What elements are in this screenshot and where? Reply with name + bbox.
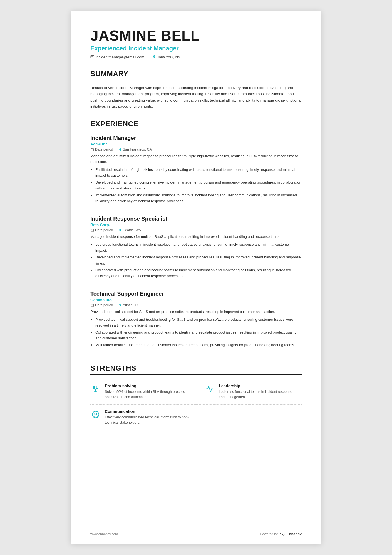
exp-date-3: Date period [90, 303, 113, 307]
exp-company-1: Acme Inc. [90, 142, 302, 146]
envelope-icon [90, 55, 94, 60]
exp-meta-2: Date period Seattle, WA [90, 228, 302, 232]
strength-name-2: Leadership [219, 384, 296, 388]
strength-desc-1: Solved 90% of incidents within SLA throu… [105, 389, 190, 400]
strengths-grid: Problem-solving Solved 90% of incidents … [90, 379, 302, 430]
brand-name: Enhancv [287, 532, 302, 536]
strength-desc-2: Led cross-functional teams in incident r… [219, 389, 296, 400]
svg-rect-0 [91, 148, 94, 151]
enhancv-brand: Enhancv [279, 532, 302, 536]
strength-name-1: Problem-solving [105, 384, 190, 388]
footer-website: www.enhancv.com [90, 532, 118, 536]
exp-role-1: Incident Manager [90, 135, 302, 141]
exp-bullets-3: Provided technical support and troublesh… [90, 317, 302, 348]
exp-item-3: Technical Support Engineer Gamma Inc. Da… [90, 291, 302, 354]
communication-icon [90, 409, 101, 420]
location-icon [153, 55, 156, 60]
summary-text: Results-driven Incident Manager with exp… [90, 85, 302, 110]
summary-section: SUMMARY Results-driven Incident Manager … [90, 70, 302, 110]
exp-role-2: Incident Response Specialist [90, 216, 302, 222]
exp-location-text-3: Austin, TX [123, 303, 139, 307]
exp-date-text-2: Date period [95, 228, 113, 232]
exp-location-text-2: Seattle, WA [123, 228, 141, 232]
candidate-name: JASMINE BELL [90, 28, 302, 44]
email-text: incidentmanager@email.com [96, 55, 144, 59]
exp-desc-1: Managed and optimized incident response … [90, 153, 302, 165]
exp-item-2: Incident Response Specialist Beta Corp. … [90, 216, 302, 285]
exp-desc-2: Managed incident response for multiple S… [90, 234, 302, 240]
strengths-title: STRENGTHS [90, 364, 302, 375]
exp-date-1: Date period [90, 147, 113, 151]
resume-header: JASMINE BELL Experienced Incident Manage… [90, 28, 302, 60]
strength-desc-3: Effectively communicated technical infor… [105, 415, 190, 426]
bullet-item: Provided technical support and troublesh… [95, 317, 302, 329]
page-footer: www.enhancv.com Powered by Enhancv [90, 532, 302, 536]
header-contact: incidentmanager@email.com New York, NY [90, 55, 302, 60]
exp-company-3: Gamma Inc. [90, 298, 302, 302]
svg-rect-8 [91, 304, 94, 307]
powered-by-text: Powered by [260, 532, 277, 536]
experience-title: EXPERIENCE [90, 120, 302, 130]
strength-content-3: Communication Effectively communicated t… [105, 409, 190, 426]
exp-location-text-1: San Francisco, CA [123, 147, 152, 151]
location-contact: New York, NY [153, 55, 180, 60]
exp-location-3: Austin, TX [119, 303, 139, 307]
candidate-title: Experienced Incident Manager [90, 45, 302, 52]
bullet-item: Collaborated with engineering and produc… [95, 329, 302, 341]
strength-item-1: Problem-solving Solved 90% of incidents … [90, 379, 196, 405]
bullet-item: Led cross-functional teams in incident r… [95, 241, 302, 253]
strength-content-2: Leadership Led cross-functional teams in… [219, 384, 296, 400]
svg-point-15 [95, 413, 97, 415]
location-text: New York, NY [157, 55, 180, 59]
leadership-icon [204, 384, 215, 394]
exp-date-text-1: Date period [95, 147, 113, 151]
trophy-icon [90, 384, 101, 394]
experience-section: EXPERIENCE Incident Manager Acme Inc. Da… [90, 120, 302, 354]
exp-location-1: San Francisco, CA [119, 147, 152, 151]
exp-date-2: Date period [90, 228, 113, 232]
exp-meta-3: Date period Austin, TX [90, 303, 302, 307]
strength-item-2: Leadership Led cross-functional teams in… [196, 379, 302, 405]
exp-meta-1: Date period San Francisco, CA [90, 147, 302, 151]
email-contact: incidentmanager@email.com [90, 55, 144, 60]
exp-desc-3: Provided technical support for SaaS and … [90, 309, 302, 315]
bullet-item: Implemented automation and dashboard sol… [95, 192, 302, 204]
exp-bullets-1: Facilitated resolution of high-risk inci… [90, 167, 302, 204]
strength-content-1: Problem-solving Solved 90% of incidents … [105, 384, 190, 400]
strength-name-3: Communication [105, 409, 190, 414]
powered-by: Powered by Enhancv [260, 532, 302, 536]
bullet-item: Facilitated resolution of high-risk inci… [95, 167, 302, 179]
bullet-item: Developed and implemented incident respo… [95, 254, 302, 266]
exp-location-2: Seattle, WA [119, 228, 141, 232]
exp-date-text-3: Date period [95, 303, 113, 307]
strengths-section: STRENGTHS Problem-solving Solved 90% of … [90, 364, 302, 430]
exp-role-3: Technical Support Engineer [90, 291, 302, 297]
exp-bullets-2: Led cross-functional teams in incident r… [90, 241, 302, 279]
bullet-item: Developed and maintained comprehensive i… [95, 179, 302, 191]
resume-page: JASMINE BELL Experienced Incident Manage… [71, 11, 321, 544]
bullet-item: Collaborated with product and engineerin… [95, 267, 302, 279]
bullet-item: Maintained detailed documentation of cus… [95, 342, 302, 348]
svg-rect-4 [91, 229, 94, 232]
summary-title: SUMMARY [90, 70, 302, 80]
strength-item-3: Communication Effectively communicated t… [90, 405, 196, 430]
exp-company-2: Beta Corp. [90, 223, 302, 227]
exp-item-1: Incident Manager Acme Inc. Date period S… [90, 135, 302, 210]
